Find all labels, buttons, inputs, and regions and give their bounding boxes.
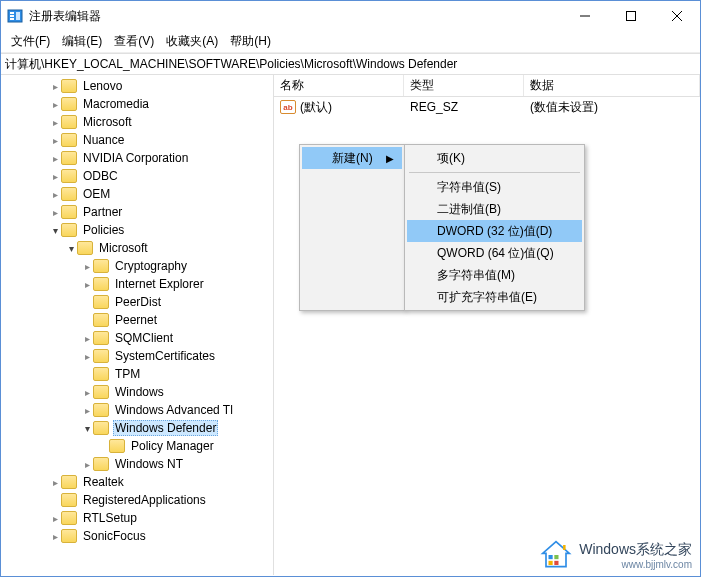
tree-item[interactable]: Windows <box>1 383 273 401</box>
expand-toggle-icon[interactable] <box>49 171 61 182</box>
context-menu-item[interactable]: QWORD (64 位)值(Q) <box>407 242 582 264</box>
expand-toggle-icon[interactable] <box>49 135 61 146</box>
tree-item[interactable]: RTLSetup <box>1 509 273 527</box>
context-menu: 新建(N)▶ 项(K)字符串值(S)二进制值(B)DWORD (32 位)值(D… <box>299 144 585 311</box>
list-header: 名称 类型 数据 <box>274 75 700 97</box>
expand-toggle-icon[interactable] <box>49 81 61 92</box>
tree-item[interactable]: ODBC <box>1 167 273 185</box>
tree-pane[interactable]: LenovoMacromediaMicrosoftNuanceNVIDIA Co… <box>1 75 274 575</box>
watermark: Windows系统之家 www.bjjmlv.com <box>539 540 692 570</box>
tree-item-label: Microsoft <box>81 115 134 129</box>
tree-item-label: Windows <box>113 385 166 399</box>
tree-item[interactable]: Peernet <box>1 311 273 329</box>
menu-edit[interactable]: 编辑(E) <box>56 31 108 52</box>
expand-toggle-icon[interactable] <box>81 405 93 416</box>
folder-icon <box>93 277 109 291</box>
window-title: 注册表编辑器 <box>29 8 562 25</box>
value-data: (数值未设置) <box>524 99 700 116</box>
expand-toggle-icon[interactable] <box>49 477 61 488</box>
expand-toggle-icon[interactable] <box>49 117 61 128</box>
tree-item-label: Windows Advanced Tl <box>113 403 235 417</box>
context-menu-item[interactable]: 可扩充字符串值(E) <box>407 286 582 308</box>
context-menu-item[interactable]: 项(K) <box>407 147 582 169</box>
expand-toggle-icon[interactable] <box>49 189 61 200</box>
expand-toggle-icon[interactable] <box>81 351 93 362</box>
tree-item-label: Partner <box>81 205 124 219</box>
folder-icon <box>93 259 109 273</box>
col-data[interactable]: 数据 <box>524 75 700 96</box>
expand-toggle-icon[interactable] <box>49 531 61 542</box>
menu-separator <box>409 172 580 173</box>
address-bar[interactable]: 计算机\HKEY_LOCAL_MACHINE\SOFTWARE\Policies… <box>1 53 700 75</box>
expand-toggle-icon[interactable] <box>49 225 61 236</box>
value-row[interactable]: ab(默认)REG_SZ(数值未设置) <box>274 97 700 117</box>
context-menu-item[interactable]: 新建(N)▶ <box>302 147 402 169</box>
tree-item[interactable]: RegisteredApplications <box>1 491 273 509</box>
submenu-arrow-icon: ▶ <box>386 153 394 164</box>
tree-item[interactable]: Policies <box>1 221 273 239</box>
expand-toggle-icon[interactable] <box>81 459 93 470</box>
menu-file[interactable]: 文件(F) <box>5 31 56 52</box>
expand-toggle-icon[interactable] <box>81 333 93 344</box>
tree-item[interactable]: OEM <box>1 185 273 203</box>
expand-toggle-icon[interactable] <box>81 387 93 398</box>
expand-toggle-icon[interactable] <box>81 279 93 290</box>
maximize-button[interactable] <box>608 1 654 31</box>
value-type: REG_SZ <box>404 100 524 114</box>
tree-item-label: RegisteredApplications <box>81 493 208 507</box>
tree-item[interactable]: NVIDIA Corporation <box>1 149 273 167</box>
menu-favorites[interactable]: 收藏夹(A) <box>160 31 224 52</box>
col-type[interactable]: 类型 <box>404 75 524 96</box>
col-name[interactable]: 名称 <box>274 75 404 96</box>
folder-icon <box>61 151 77 165</box>
tree-item[interactable]: Windows Defender <box>1 419 273 437</box>
tree-item[interactable]: Partner <box>1 203 273 221</box>
context-menu-item[interactable]: 字符串值(S) <box>407 176 582 198</box>
tree-item[interactable]: Policy Manager <box>1 437 273 455</box>
expand-toggle-icon[interactable] <box>81 261 93 272</box>
tree-item[interactable]: Windows NT <box>1 455 273 473</box>
expand-toggle-icon[interactable] <box>65 243 77 254</box>
tree-item-label: NVIDIA Corporation <box>81 151 190 165</box>
tree-item[interactable]: Macromedia <box>1 95 273 113</box>
close-button[interactable] <box>654 1 700 31</box>
string-value-icon: ab <box>280 100 296 114</box>
tree-item-label: Policy Manager <box>129 439 216 453</box>
tree-item[interactable]: Microsoft <box>1 239 273 257</box>
expand-toggle-icon[interactable] <box>81 423 93 434</box>
tree-item[interactable]: Internet Explorer <box>1 275 273 293</box>
folder-icon <box>109 439 125 453</box>
expand-toggle-icon[interactable] <box>49 513 61 524</box>
folder-icon <box>61 187 77 201</box>
tree-item[interactable]: Nuance <box>1 131 273 149</box>
folder-icon <box>61 115 77 129</box>
menu-view[interactable]: 查看(V) <box>108 31 160 52</box>
folder-icon <box>61 223 77 237</box>
tree-item[interactable]: TPM <box>1 365 273 383</box>
tree-item[interactable]: Lenovo <box>1 77 273 95</box>
tree-item[interactable]: SystemCertificates <box>1 347 273 365</box>
folder-icon <box>93 367 109 381</box>
minimize-icon <box>580 11 590 21</box>
context-menu-item-label: 项(K) <box>437 150 465 167</box>
expand-toggle-icon[interactable] <box>49 99 61 110</box>
context-menu-item[interactable]: 多字符串值(M) <box>407 264 582 286</box>
expand-toggle-icon[interactable] <box>49 153 61 164</box>
tree-item[interactable]: SQMClient <box>1 329 273 347</box>
tree-item[interactable]: Cryptography <box>1 257 273 275</box>
minimize-button[interactable] <box>562 1 608 31</box>
folder-icon <box>77 241 93 255</box>
tree-item[interactable]: Realtek <box>1 473 273 491</box>
tree-item[interactable]: PeerDist <box>1 293 273 311</box>
svg-rect-4 <box>16 12 20 20</box>
tree-item-label: Windows Defender <box>113 420 218 436</box>
expand-toggle-icon[interactable] <box>49 207 61 218</box>
context-menu-new-sub: 项(K)字符串值(S)二进制值(B)DWORD (32 位)值(D)QWORD … <box>404 144 585 311</box>
tree-item[interactable]: Windows Advanced Tl <box>1 401 273 419</box>
tree-item[interactable]: Microsoft <box>1 113 273 131</box>
menu-help[interactable]: 帮助(H) <box>224 31 277 52</box>
context-menu-item[interactable]: 二进制值(B) <box>407 198 582 220</box>
context-menu-item[interactable]: DWORD (32 位)值(D) <box>407 220 582 242</box>
tree-item[interactable]: SonicFocus <box>1 527 273 545</box>
watermark-house-icon <box>539 540 573 570</box>
